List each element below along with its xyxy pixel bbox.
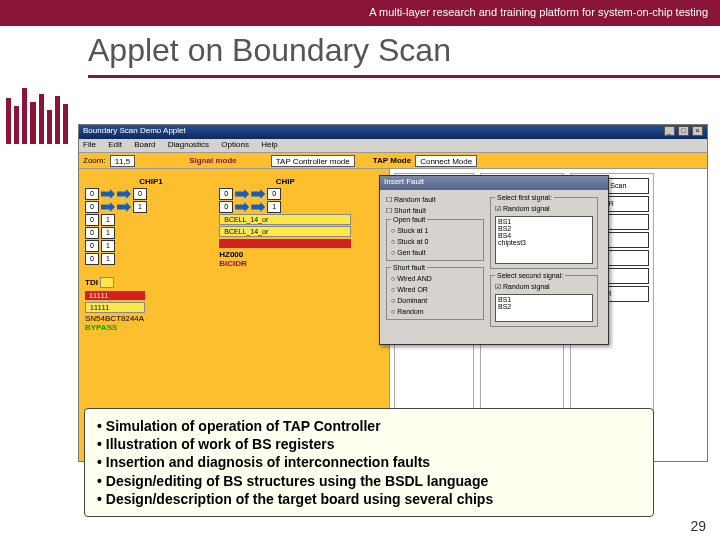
reg-yellow: 11111	[85, 302, 145, 313]
zoom-field[interactable]: 11,5	[110, 155, 136, 167]
menu-board[interactable]: Board	[134, 140, 155, 149]
signal-mode-label: Signal mode	[183, 156, 243, 165]
toolbar: Zoom: 11,5 Signal mode TAP Controller mo…	[79, 153, 707, 169]
menu-bar: File Edit Board Diagnostics Options Help	[79, 139, 707, 153]
dialog-titlebar: Insert Fault	[380, 176, 608, 190]
opt-wired-or[interactable]: ○ Wired OR	[391, 284, 479, 295]
select-first-group: Select first signal: ☑ Random signal BS1…	[490, 194, 598, 269]
banner-text: A multi-layer research and training plat…	[369, 6, 708, 18]
chip-partnum: SN54BCT8244A	[85, 314, 383, 323]
zoom-label: Zoom:	[83, 156, 106, 165]
open-fault-group: Open fault ○ Stuck at 1 ○ Stuck at 0 ○ G…	[386, 216, 484, 261]
feature-2: Illustration of work of BS registers	[97, 435, 641, 453]
chip2-title: CHIP	[219, 177, 351, 186]
dialog-title: Insert Fault	[384, 177, 424, 189]
maximize-icon[interactable]: □	[678, 126, 689, 136]
page-number: 29	[690, 518, 706, 534]
feature-3: Insertion and diagnosis of interconnecti…	[97, 453, 641, 471]
window-title: Boundary Scan Demo Applet	[83, 126, 186, 138]
bicidr-label: BICIDR	[219, 259, 351, 268]
tap-mode-label: TAP Mode	[373, 156, 411, 165]
red-reg	[219, 239, 351, 248]
chip2: CHIP 00 01 BCELL_14_or BCELL_14_or HZ000…	[219, 177, 351, 268]
opt-random-signal-2[interactable]: ☑ Random signal	[495, 281, 593, 292]
tap-controller-label: TAP Controller mode	[271, 155, 355, 167]
feature-callout: Simulation of operation of TAP Controlle…	[84, 408, 654, 517]
menu-file[interactable]: File	[83, 140, 96, 149]
bypass-label: BYPASS	[85, 323, 383, 332]
menu-options[interactable]: Options	[221, 140, 249, 149]
bcell-1: BCELL_14_or	[219, 214, 351, 225]
opt-random-fault[interactable]: ☐ Random fault	[386, 194, 484, 205]
opt-random-signal-1[interactable]: ☑ Random signal	[495, 203, 593, 214]
menu-diagnostics[interactable]: Diagnostics	[168, 140, 209, 149]
feature-4: Design/editing of BS structures using th…	[97, 472, 641, 490]
logo-bars-icon	[6, 82, 68, 144]
menu-edit[interactable]: Edit	[108, 140, 122, 149]
tdi-label: TDI	[85, 278, 98, 287]
opt-dominant[interactable]: ○ Dominant	[391, 295, 479, 306]
insert-fault-dialog: Insert Fault ☐ Random fault ☐ Short faul…	[379, 175, 609, 345]
title-underline	[88, 75, 720, 78]
slide-title: Applet on Boundary Scan	[0, 26, 720, 71]
signal-list-2[interactable]: BS1 BS2	[495, 294, 593, 322]
menu-help[interactable]: Help	[261, 140, 277, 149]
opt-random[interactable]: ○ Random	[391, 306, 479, 317]
chip1-title: CHIP1	[85, 177, 217, 186]
hz-label: HZ000	[219, 250, 243, 259]
window-controls: _ □ ×	[663, 126, 703, 138]
chip1: CHIP1 00 01 01 01 01 01	[85, 177, 217, 266]
opt-stuck-1[interactable]: ○ Stuck at 1	[391, 225, 479, 236]
select-second-group: Select second signal: ☑ Random signal BS…	[490, 272, 598, 327]
signal-list-1[interactable]: BS1 BS2 BS4 chiptest3	[495, 216, 593, 264]
opt-short-fault[interactable]: ☐ Short fault	[386, 205, 484, 216]
opt-stuck-0[interactable]: ○ Stuck at 0	[391, 236, 479, 247]
window-titlebar: Boundary Scan Demo Applet _ □ ×	[79, 125, 707, 139]
reg-red: 11111	[85, 291, 145, 300]
connect-mode-field[interactable]: Connect Mode	[415, 155, 477, 167]
opt-wired-and[interactable]: ○ Wired AND	[391, 273, 479, 284]
banner-bar: A multi-layer research and training plat…	[0, 0, 720, 26]
close-icon[interactable]: ×	[692, 126, 703, 136]
opt-gen-fault[interactable]: ○ Gen fault	[391, 247, 479, 258]
bcell-2: BCELL_14_or	[219, 226, 351, 237]
minimize-icon[interactable]: _	[664, 126, 675, 136]
feature-1: Simulation of operation of TAP Controlle…	[97, 417, 641, 435]
short-fault-group: Short fault ○ Wired AND ○ Wired OR ○ Dom…	[386, 264, 484, 320]
feature-5: Design/description of the target board u…	[97, 490, 641, 508]
